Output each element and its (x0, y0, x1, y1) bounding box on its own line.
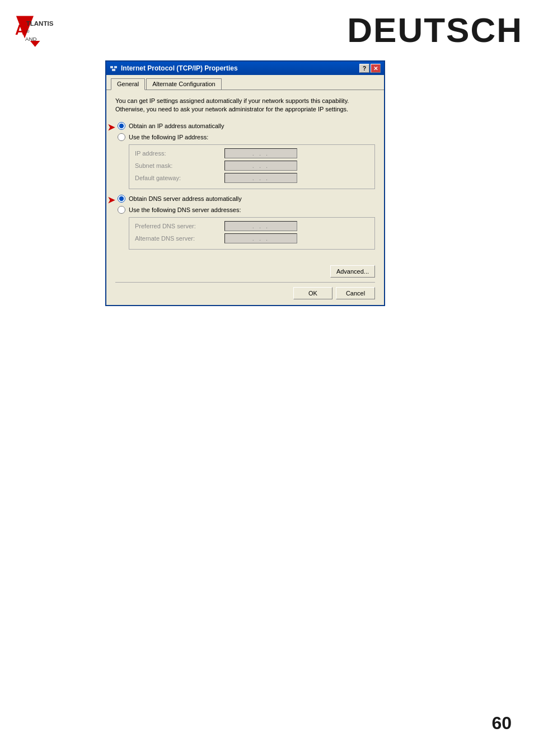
ip-address-row: IP address: . . . (135, 148, 369, 158)
alternate-dns-row: Alternate DNS server: . . . (135, 233, 369, 243)
ip-arrow-indicator: ➤ (107, 122, 115, 133)
alternate-placeholder: . . . (252, 235, 269, 242)
titlebar-left: Internet Protocol (TCP/IP) Properties (110, 64, 238, 72)
svg-text:A: A (15, 22, 25, 37)
dialog-body: You can get IP settings assigned automat… (106, 90, 384, 262)
manual-dns-label: Use the following DNS server addresses: (129, 206, 241, 213)
default-gateway-input[interactable]: . . . (224, 173, 297, 183)
cancel-button[interactable]: Cancel (336, 287, 375, 299)
page-number: 60 (491, 713, 512, 734)
ok-button[interactable]: OK (293, 287, 332, 299)
ip-placeholder: . . . (252, 150, 269, 157)
dialog-titlebar: Internet Protocol (TCP/IP) Properties ? … (106, 62, 384, 75)
deutsch-heading: DEUTSCH (347, 10, 523, 50)
subnet-mask-row: Subnet mask: . . . (135, 161, 369, 171)
svg-rect-8 (112, 69, 115, 71)
tabs-area: General Alternate Configuration (106, 75, 384, 90)
preferred-placeholder: . . . (252, 223, 269, 229)
ip-address-input[interactable]: . . . (224, 148, 297, 158)
default-gateway-row: Default gateway: . . . (135, 173, 369, 183)
page-header: A TLANTIS ® AND DEUTSCH (0, 0, 534, 50)
manual-ip-radio-option: Use the following IP address: (118, 133, 375, 141)
subnet-placeholder: . . . (252, 162, 269, 169)
subnet-mask-input[interactable]: . . . (224, 161, 297, 171)
auto-dns-radio[interactable] (118, 195, 125, 203)
dialog-title: Internet Protocol (TCP/IP) Properties (121, 64, 238, 72)
ip-section: ➤ Obtain an IP address automatically Use… (115, 122, 375, 189)
manual-dns-radio-option: Use the following DNS server addresses: (118, 206, 375, 214)
tab-alternate-config[interactable]: Alternate Configuration (146, 78, 222, 90)
svg-text:®: ® (26, 29, 30, 34)
tcp-ip-dialog: Internet Protocol (TCP/IP) Properties ? … (105, 60, 385, 306)
titlebar-controls: ? ✕ (359, 64, 381, 73)
ip-fields-section: IP address: . . . Subnet mask: . . . Def… (129, 144, 375, 189)
help-button[interactable]: ? (359, 64, 369, 73)
close-button[interactable]: ✕ (371, 64, 381, 73)
svg-rect-6 (110, 66, 113, 68)
dns-section: ➤ Obtain DNS server address automaticall… (115, 195, 375, 250)
advanced-row: Advanced... (115, 265, 375, 278)
alternate-dns-label: Alternate DNS server: (135, 235, 224, 242)
default-gateway-label: Default gateway: (135, 175, 224, 181)
advanced-button[interactable]: Advanced... (330, 265, 375, 278)
bottom-area: Advanced... OK Cancel (106, 262, 384, 305)
manual-ip-label: Use the following IP address: (129, 134, 208, 140)
ok-cancel-row: OK Cancel (115, 282, 375, 299)
preferred-dns-label: Preferred DNS server: (135, 223, 224, 229)
dialog-wrapper: Internet Protocol (TCP/IP) Properties ? … (105, 60, 385, 306)
svg-marker-5 (30, 41, 40, 47)
dns-fields-section: Preferred DNS server: . . . Alternate DN… (129, 217, 375, 250)
dns-arrow-indicator: ➤ (107, 195, 115, 205)
gateway-placeholder: . . . (252, 175, 269, 181)
subnet-mask-label: Subnet mask: (135, 162, 224, 169)
auto-ip-label: Obtain an IP address automatically (129, 123, 224, 129)
auto-ip-radio[interactable] (118, 122, 125, 130)
tab-general[interactable]: General (111, 78, 145, 90)
logo-area: A TLANTIS ® AND (11, 10, 56, 49)
auto-dns-radio-option: Obtain DNS server address automatically (118, 195, 375, 203)
ip-address-label: IP address: (135, 150, 224, 157)
auto-ip-radio-option: Obtain an IP address automatically (118, 122, 375, 130)
preferred-dns-input[interactable]: . . . (224, 221, 297, 231)
manual-ip-radio[interactable] (118, 133, 125, 141)
svg-rect-7 (114, 66, 117, 68)
alternate-dns-input[interactable]: . . . (224, 233, 297, 243)
preferred-dns-row: Preferred DNS server: . . . (135, 221, 369, 231)
manual-dns-radio[interactable] (118, 206, 125, 214)
auto-dns-label: Obtain DNS server address automatically (129, 195, 242, 202)
atlantis-logo: A TLANTIS ® AND (11, 10, 56, 49)
info-text: You can get IP settings assigned automat… (115, 97, 375, 114)
network-icon (110, 64, 118, 72)
svg-text:TLANTIS: TLANTIS (26, 20, 54, 27)
